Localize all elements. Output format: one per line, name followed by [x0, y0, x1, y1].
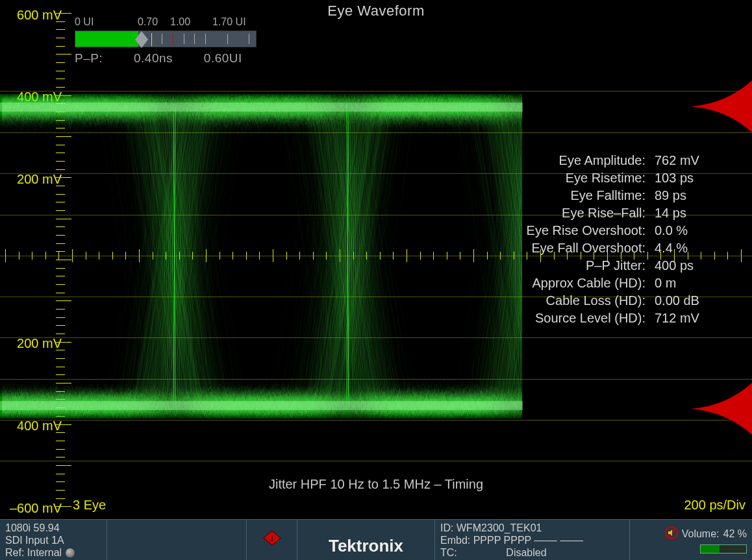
measurement-row: P–P Jitter:400 ps [527, 258, 713, 276]
measurement-row: Cable Loss (HD):0.00 dB [527, 293, 713, 311]
jitter-meter-scale: 0 UI 0.70 1.00 1.70 UI [75, 16, 282, 28]
status-tc-label: TC: [440, 547, 457, 558]
jitter-tick [184, 34, 184, 44]
measurement-label: Approx Cable (HD): [532, 276, 655, 293]
measurement-label: Eye Amplitude: [559, 153, 655, 171]
measurement-row: Eye Risetime:103 ps [527, 171, 713, 188]
tektronix-logo: Tektronix [329, 536, 403, 556]
y-axis-label: 600 mV [0, 8, 62, 23]
measurement-label: P–P Jitter: [586, 258, 655, 276]
measurement-row: Eye Rise–Fall:14 ps [527, 206, 713, 223]
jitter-tick [227, 34, 228, 44]
status-bar: 1080i 59.94 SDI Input 1A Ref: Internal !… [0, 519, 752, 560]
eye-pattern-trace [0, 94, 523, 419]
measurement-row: Approx Cable (HD):0 m [527, 276, 713, 293]
measurement-label: Eye Rise Overshoot: [527, 223, 655, 241]
y-axis-label: –600 mV [0, 501, 62, 516]
jitter-tick [249, 34, 249, 44]
jitter-meter-pointer-icon [135, 31, 148, 48]
y-axis-label: 400 mV [0, 419, 62, 433]
measurement-label: Cable Loss (HD): [546, 293, 655, 311]
jitter-scale-hi: 1.70 UI [212, 16, 246, 28]
jitter-tick [162, 34, 162, 44]
status-embd: Embd: PPPP PPPP –––– –––– [440, 534, 624, 546]
measurement-value: 103 ps [655, 171, 713, 188]
measurement-value: 4.4 % [655, 241, 713, 258]
volume-label: Volume: [682, 528, 720, 540]
status-format: 1080i 59.94 [5, 522, 101, 534]
measurement-label: Eye Rise–Fall: [562, 206, 655, 223]
timebase-label: 200 ps/Div [684, 498, 746, 513]
measurement-value: 0 m [655, 276, 713, 293]
measurements-panel: Eye Amplitude:762 mVEye Risetime:103 psE… [527, 153, 713, 328]
jitter-tick [194, 34, 195, 44]
measurement-value: 712 mV [655, 311, 713, 328]
speaker-mute-icon [665, 526, 678, 542]
waveform-display: Eye Waveform 0 UI 0.70 1.00 1.70 UI P–P:… [0, 0, 752, 519]
status-brand-cell: Tektronix [297, 520, 435, 560]
jitter-meter-bar [75, 30, 257, 47]
measurement-row: Source Level (HD):712 mV [527, 311, 713, 328]
measurement-value: 89 ps [655, 188, 713, 206]
jitter-pp-ui: 0.60UI [204, 51, 242, 66]
jitter-scale-m2: 1.00 [170, 16, 212, 28]
measurement-label: Eye Fall Overshoot: [531, 241, 655, 258]
ref-led-icon [66, 548, 75, 557]
measurement-row: Eye Falltime:89 ps [527, 188, 713, 206]
status-id: ID: WFM2300_TEK01 [440, 522, 624, 534]
status-ref: Ref: Internal [5, 547, 62, 558]
status-volume-cell: Volume: 42 % [630, 520, 752, 560]
jitter-pp-ns: 0.40ns [134, 51, 173, 66]
measurement-label: Eye Falltime: [570, 188, 655, 206]
measurement-label: Eye Risetime: [566, 171, 655, 188]
status-tc-val: Disabled [506, 547, 546, 558]
jitter-pp-readout: P–P: 0.40ns 0.60UI [75, 51, 282, 66]
jitter-tick [173, 33, 173, 46]
measurement-value: 0.0 % [655, 223, 713, 241]
status-input: SDI Input 1A [5, 534, 101, 546]
jitter-pp-label: P–P: [75, 51, 103, 66]
measurement-label: Source Level (HD): [535, 311, 655, 328]
measurement-value: 400 ps [655, 258, 713, 276]
mode-label: 3 Eye [73, 498, 106, 513]
histogram-bottom-icon [690, 383, 752, 435]
warning-icon: ! [262, 530, 282, 550]
jitter-tick [205, 34, 206, 44]
measurement-row: Eye Rise Overshoot:0.0 % [527, 223, 713, 241]
jitter-scale-lo: 0 UI [75, 16, 138, 28]
filter-label: Jitter HPF 10 Hz to 1.5 MHz – Timing [0, 477, 752, 492]
jitter-tick [151, 33, 152, 46]
jitter-meter: 0 UI 0.70 1.00 1.70 UI P–P: 0.40ns 0.60U… [75, 16, 282, 66]
histogram-top-icon [690, 80, 752, 132]
measurement-value: 762 mV [655, 153, 713, 171]
measurement-value: 14 ps [655, 206, 713, 223]
status-id-cell: ID: WFM2300_TEK01 Embd: PPPP PPPP –––– –… [435, 520, 630, 560]
volume-value: 42 % [723, 528, 747, 540]
status-warning-cell: ! [247, 520, 297, 560]
jitter-meter-fill [75, 31, 138, 47]
status-cell-2 [107, 520, 247, 560]
status-format-cell: 1080i 59.94 SDI Input 1A Ref: Internal [0, 520, 107, 560]
jitter-scale-m1: 0.70 [138, 16, 170, 28]
volume-bar[interactable] [700, 544, 747, 554]
measurement-row: Eye Fall Overshoot:4.4 % [527, 241, 713, 258]
measurement-row: Eye Amplitude:762 mV [527, 153, 713, 171]
svg-marker-0 [135, 31, 148, 48]
svg-text:!: ! [270, 533, 273, 543]
measurement-value: 0.00 dB [655, 293, 713, 311]
